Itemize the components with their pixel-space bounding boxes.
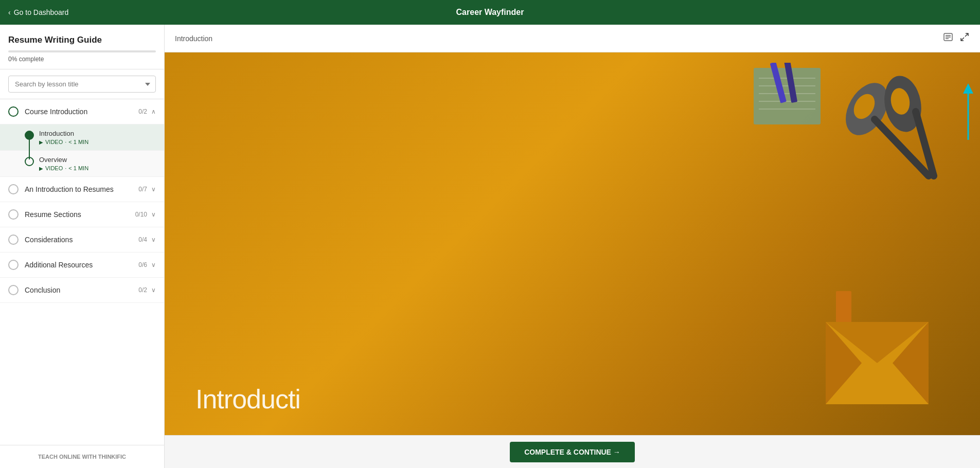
lesson-search-container: Search by lesson title bbox=[0, 69, 164, 99]
video-background: Introducti bbox=[165, 52, 980, 435]
go-to-dashboard-button[interactable]: ‹ Go to Dashboard bbox=[8, 8, 68, 16]
footer-prefix: TEACH ONLINE WITH bbox=[38, 454, 98, 460]
section-count-considerations: 0/4 bbox=[138, 236, 147, 243]
sidebar-footer: TEACH ONLINE WITH THINKIFIC bbox=[0, 445, 164, 468]
transcript-icon[interactable] bbox=[943, 32, 953, 45]
video-icon-intro: ▶ bbox=[39, 139, 43, 145]
content-area: Introduction bbox=[165, 25, 980, 468]
section-count-course-intro: 0/2 bbox=[138, 108, 147, 115]
back-label: Go to Dashboard bbox=[14, 8, 69, 16]
chevron-up-icon: ∧ bbox=[151, 108, 156, 115]
section-title-additional-resources: Additional Resources bbox=[25, 261, 138, 269]
lesson-info-intro: Introduction ▶ VIDEO · < 1 MIN bbox=[39, 130, 156, 145]
progress-text: 0% complete bbox=[8, 56, 156, 63]
video-container: Introducti bbox=[165, 52, 980, 435]
lesson-separator-intro: · bbox=[65, 139, 66, 145]
section-circle-course-intro bbox=[8, 106, 19, 117]
top-navigation: ‹ Go to Dashboard Career Wayfinder bbox=[0, 0, 980, 25]
teal-arrow-decoration bbox=[960, 83, 976, 145]
section-circle-additional-resources bbox=[8, 260, 19, 270]
content-lesson-title: Introduction bbox=[175, 34, 212, 43]
chevron-down-icon-2: ∨ bbox=[151, 211, 156, 218]
back-arrow-icon: ‹ bbox=[8, 8, 11, 16]
sidebar-header: Resume Writing Guide 0% complete bbox=[0, 25, 164, 69]
scissors-decoration bbox=[836, 68, 939, 181]
lesson-info-overview: Overview ▶ VIDEO · < 1 MIN bbox=[39, 156, 156, 171]
lesson-type-overview: VIDEO bbox=[45, 165, 63, 171]
lesson-meta-overview: ▶ VIDEO · < 1 MIN bbox=[39, 165, 156, 171]
section-title-conclusion: Conclusion bbox=[25, 286, 138, 294]
content-actions bbox=[943, 32, 970, 45]
section-header-course-intro[interactable]: Course Introduction 0/2 ∧ bbox=[0, 99, 164, 124]
bottom-bar: COMPLETE & CONTINUE → bbox=[165, 435, 980, 468]
section-title-course-intro: Course Introduction bbox=[25, 107, 138, 116]
section-title-considerations: Considerations bbox=[25, 236, 138, 244]
lesson-separator-overview: · bbox=[65, 165, 66, 171]
lesson-duration-intro: < 1 MIN bbox=[68, 139, 88, 145]
svg-line-4 bbox=[965, 33, 968, 37]
section-header-resume-sections[interactable]: Resume Sections 0/10 ∨ bbox=[0, 202, 164, 227]
main-layout: Resume Writing Guide 0% complete Search … bbox=[0, 25, 980, 468]
lesson-title-overview: Overview bbox=[39, 156, 156, 164]
lesson-dot-overview bbox=[25, 157, 34, 166]
expand-icon[interactable] bbox=[959, 32, 970, 45]
chevron-down-icon-5: ∨ bbox=[151, 286, 156, 294]
lesson-item-overview[interactable]: Overview ▶ VIDEO · < 1 MIN bbox=[0, 151, 164, 177]
complete-continue-button[interactable]: COMPLETE & CONTINUE → bbox=[510, 442, 635, 462]
section-header-additional-resources[interactable]: Additional Resources 0/6 ∨ bbox=[0, 253, 164, 278]
app-title: Career Wayfinder bbox=[456, 8, 524, 17]
content-topbar: Introduction bbox=[165, 25, 980, 52]
section-circle-conclusion bbox=[8, 285, 19, 295]
section-count-resume-sections: 0/10 bbox=[135, 211, 147, 218]
chevron-down-icon-1: ∨ bbox=[151, 186, 156, 193]
section-count-additional-resources: 0/6 bbox=[138, 261, 147, 268]
section-title-resume-sections: Resume Sections bbox=[25, 210, 135, 219]
section-count-intro-resumes: 0/7 bbox=[138, 186, 147, 193]
section-lessons-course-intro: Introduction ▶ VIDEO · < 1 MIN Ove bbox=[0, 124, 164, 177]
chevron-down-icon-3: ∨ bbox=[151, 236, 156, 243]
section-header-considerations[interactable]: Considerations 0/4 ∨ bbox=[0, 227, 164, 253]
svg-line-5 bbox=[961, 38, 964, 41]
complete-btn-label: COMPLETE & CONTINUE → bbox=[524, 448, 620, 456]
section-count-conclusion: 0/2 bbox=[138, 286, 147, 294]
lesson-duration-overview: < 1 MIN bbox=[68, 165, 88, 171]
section-title-intro-resumes: An Introduction to Resumes bbox=[25, 185, 138, 193]
course-title: Resume Writing Guide bbox=[8, 35, 156, 45]
lesson-title-intro: Introduction bbox=[39, 130, 156, 137]
lesson-type-intro: VIDEO bbox=[45, 139, 63, 145]
sidebar-sections: Course Introduction 0/2 ∧ Introduction ▶… bbox=[0, 99, 164, 445]
search-input[interactable]: Search by lesson title bbox=[8, 76, 156, 93]
envelope-decoration bbox=[826, 322, 929, 404]
svg-marker-25 bbox=[963, 83, 973, 94]
notebook-decoration bbox=[749, 63, 826, 130]
section-circle-considerations bbox=[8, 235, 19, 245]
video-title-text: Introducti bbox=[195, 384, 300, 415]
sidebar: Resume Writing Guide 0% complete Search … bbox=[0, 25, 165, 468]
lesson-item-introduction[interactable]: Introduction ▶ VIDEO · < 1 MIN bbox=[0, 124, 164, 151]
lesson-meta-intro: ▶ VIDEO · < 1 MIN bbox=[39, 139, 156, 145]
footer-brand: THINKIFIC bbox=[98, 454, 126, 460]
section-header-intro-resumes[interactable]: An Introduction to Resumes 0/7 ∨ bbox=[0, 177, 164, 202]
chevron-down-icon-4: ∨ bbox=[151, 261, 156, 268]
section-header-conclusion[interactable]: Conclusion 0/2 ∨ bbox=[0, 278, 164, 303]
progress-bar-container bbox=[8, 50, 156, 52]
section-circle-intro-resumes bbox=[8, 184, 19, 194]
section-circle-resume-sections bbox=[8, 209, 19, 220]
video-icon-overview: ▶ bbox=[39, 166, 43, 171]
